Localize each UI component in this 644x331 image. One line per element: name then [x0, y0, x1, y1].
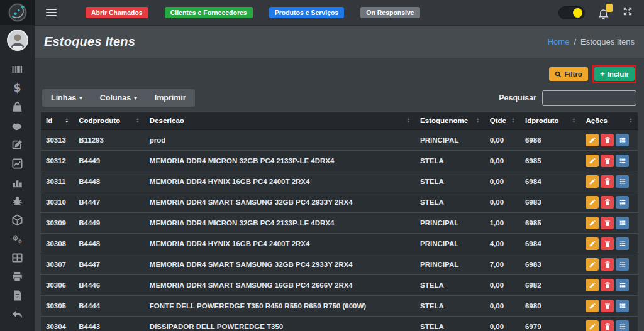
details-button[interactable]: [616, 237, 629, 250]
sidebar-item-dollar[interactable]: $: [9, 84, 26, 95]
barcode-icon: [11, 63, 23, 78]
sidebar-item-shopping-bag[interactable]: [9, 102, 26, 114]
topbar-button-on-responsive[interactable]: On Responsive: [360, 7, 419, 18]
details-button[interactable]: [616, 175, 629, 188]
delete-button[interactable]: [601, 175, 614, 188]
column-header-codproduto[interactable]: Codproduto▲▼: [74, 112, 145, 129]
edit-button[interactable]: [586, 258, 599, 271]
sidebar-item-reply-arrow[interactable]: [9, 310, 26, 322]
details-button[interactable]: [616, 196, 629, 209]
delete-button[interactable]: [601, 237, 614, 250]
topbar-button-produtos-e-servicos[interactable]: Produtos e Serviços: [269, 7, 345, 18]
sort-icon: ▲▼: [629, 117, 633, 124]
sidebar-item-table-grid[interactable]: [9, 253, 26, 265]
bug-icon: [11, 195, 23, 210]
user-avatar[interactable]: [7, 30, 28, 51]
bar-chart-icon: [11, 176, 23, 191]
sidebar-item-bar-chart[interactable]: [9, 178, 26, 190]
edit-button[interactable]: [586, 217, 599, 229]
details-button[interactable]: [616, 155, 629, 167]
sidebar-item-gears[interactable]: ⚙⚙: [9, 234, 26, 246]
details-button[interactable]: [616, 279, 629, 291]
details-button[interactable]: [616, 217, 629, 229]
edit-button[interactable]: [586, 175, 599, 188]
delete-button[interactable]: [601, 134, 614, 146]
cube-icon: [11, 214, 23, 229]
edit-button[interactable]: [586, 279, 599, 291]
table-row: 30308B4448MEMORIA DDR4 HYNIX 16GB PC4 24…: [41, 234, 638, 254]
delete-button[interactable]: [601, 196, 614, 209]
cell-codproduto: B4446: [74, 275, 145, 296]
trash-icon: [604, 136, 611, 144]
cell-codproduto: B4444: [74, 296, 145, 317]
cell-codproduto: B4448: [74, 234, 145, 254]
edit-button[interactable]: [586, 134, 599, 146]
delete-button[interactable]: [601, 217, 614, 229]
pencil-icon: [589, 261, 596, 268]
linhas-button[interactable]: Linhas▾: [42, 89, 91, 107]
theme-toggle[interactable]: [558, 6, 585, 19]
sidebar-item-cube[interactable]: [9, 215, 26, 227]
details-button[interactable]: [616, 134, 629, 146]
include-button[interactable]: + Incluir: [594, 67, 635, 81]
edit-button[interactable]: [586, 196, 599, 209]
sidebar-item-handshake[interactable]: [9, 121, 26, 133]
cell-actions: [580, 296, 638, 317]
imprimir-button[interactable]: Imprimir: [146, 89, 195, 107]
edit-button[interactable]: [586, 155, 599, 167]
search-input[interactable]: [542, 90, 636, 106]
breadcrumb-home-link[interactable]: Home: [548, 37, 570, 46]
filter-button[interactable]: Filtro: [549, 67, 588, 81]
sidebar-item-printer[interactable]: [9, 272, 26, 284]
sort-icon: ▲▼: [572, 117, 576, 124]
cell-qtde: 0,00: [485, 192, 520, 213]
column-header-acoes[interactable]: Ações▲▼: [580, 112, 638, 129]
panel-actions: Filtro + Incluir: [41, 65, 636, 83]
details-button[interactable]: [616, 320, 629, 331]
filter-button-label: Filtro: [564, 70, 582, 78]
cell-descricao: DISSIPADOR DELL POWEREDGE T350: [145, 317, 415, 331]
cell-actions: [580, 151, 638, 171]
dollar-icon: $: [11, 82, 23, 97]
fullscreen-button[interactable]: [623, 6, 633, 19]
edit-button[interactable]: [586, 320, 599, 331]
details-button[interactable]: [616, 300, 629, 312]
cell-idproduto: 6985: [520, 151, 581, 171]
cell-idproduto: 6986: [520, 129, 581, 151]
sidebar-item-edit-square[interactable]: [9, 140, 26, 152]
column-header-estoquenome[interactable]: Estoquenome▲▼: [415, 112, 485, 129]
topbar: Abrir ChamadosClientes e FornecedoresPro…: [35, 0, 644, 25]
delete-button[interactable]: [601, 320, 614, 331]
column-header-qtde[interactable]: Qtde▲▼: [485, 112, 520, 129]
table-row: 30311B4448MEMORIA DDR4 HYNIX 16GB PC4 24…: [41, 171, 638, 192]
colunas-button[interactable]: Colunas▾: [91, 89, 146, 107]
sidebar-item-chart-line[interactable]: [9, 159, 26, 171]
sidebar-item-file-text[interactable]: [9, 291, 26, 303]
delete-button[interactable]: [601, 279, 614, 291]
table-grid-icon: [11, 252, 23, 266]
menu-icon[interactable]: [43, 6, 59, 19]
pencil-icon: [589, 240, 596, 247]
pencil-icon: [589, 157, 596, 165]
sidebar-item-barcode[interactable]: [9, 65, 26, 77]
column-header-descricao[interactable]: Descricao▲▼: [145, 112, 415, 129]
topbar-button-abrir-chamados[interactable]: Abrir Chamados: [86, 7, 148, 18]
delete-button[interactable]: [601, 300, 614, 312]
sort-icon: ▲▼: [476, 117, 480, 124]
app-logo[interactable]: [0, 0, 35, 25]
trash-icon: [604, 261, 611, 268]
pencil-icon: [589, 302, 596, 310]
edit-button[interactable]: [586, 300, 599, 312]
trash-icon: [604, 302, 611, 310]
cell-descricao: MEMORIA DDR4 MICRON 32GB PC4 2133P-LE 4D…: [145, 151, 415, 171]
column-header-idproduto[interactable]: Idproduto▲▼: [520, 112, 581, 129]
column-header-id[interactable]: Id▲▼: [41, 112, 74, 129]
delete-button[interactable]: [601, 258, 614, 271]
edit-button[interactable]: [586, 237, 599, 250]
topbar-button-clientes-e-fornecedores[interactable]: Clientes e Fornecedores: [165, 7, 253, 18]
notifications-button[interactable]: [597, 6, 610, 19]
sidebar-item-bug[interactable]: [9, 197, 26, 209]
details-button[interactable]: [616, 258, 629, 271]
delete-button[interactable]: [601, 155, 614, 167]
column-label: Codproduto: [79, 117, 120, 124]
